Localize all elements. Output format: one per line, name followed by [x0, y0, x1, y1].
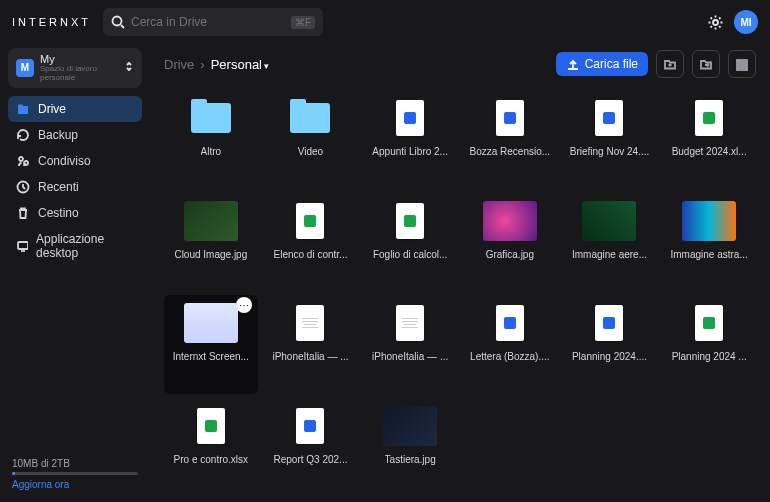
- word-icon: [595, 100, 623, 136]
- file-label: Budget 2024.xl...: [672, 146, 747, 157]
- sidebar-item-folder[interactable]: Drive: [8, 96, 142, 122]
- breadcrumb: Drive › Personal▾: [164, 57, 269, 72]
- image-thumbnail: [582, 201, 636, 241]
- sidebar-item-desktop[interactable]: Applicazione desktop: [8, 226, 142, 266]
- image-thumbnail: [483, 201, 537, 241]
- crumb-root[interactable]: Drive: [164, 57, 194, 72]
- search-input[interactable]: [131, 15, 285, 29]
- search-icon: [111, 15, 125, 29]
- sidebar: M My Spazio di lavoro personale DriveBac…: [0, 44, 150, 502]
- new-folder-button[interactable]: [656, 50, 684, 78]
- workspace-switcher[interactable]: M My Spazio di lavoro personale: [8, 48, 142, 88]
- sidebar-item-label: Backup: [38, 128, 78, 142]
- file-item[interactable]: iPhoneItalia — ...: [264, 295, 358, 394]
- file-grid: AltroVideoAppunti Libro 2...Bozza Recens…: [150, 84, 770, 502]
- chevron-updown-icon: [124, 61, 134, 75]
- file-item[interactable]: ⋯Internxt Screen...: [164, 295, 258, 394]
- word-icon: [496, 305, 524, 341]
- storage-text: 10MB di 2TB: [12, 458, 138, 469]
- sidebar-item-label: Drive: [38, 102, 66, 116]
- svg-rect-9: [737, 60, 747, 62]
- file-label: Bozza Recensio...: [470, 146, 551, 157]
- workspace-badge: M: [16, 59, 34, 77]
- sidebar-item-recent[interactable]: Recenti: [8, 174, 142, 200]
- image-thumbnail: [383, 406, 437, 446]
- file-item[interactable]: Lettera (Bozza)....: [463, 295, 557, 394]
- file-label: Pro e contro.xlsx: [174, 454, 248, 465]
- file-item[interactable]: Pro e contro.xlsx: [164, 398, 258, 497]
- sidebar-item-shared[interactable]: Condiviso: [8, 148, 142, 174]
- search-box[interactable]: ⌘F: [103, 8, 323, 36]
- excel-icon: [695, 305, 723, 341]
- page-icon: [296, 305, 324, 341]
- file-label: Planning 2024....: [572, 351, 647, 362]
- chevron-right-icon: ›: [200, 57, 204, 72]
- file-item[interactable]: Budget 2024.xl...: [662, 90, 756, 189]
- file-label: Altro: [201, 146, 222, 157]
- folder-icon: [290, 103, 330, 133]
- file-label: iPhoneItalia — ...: [372, 351, 448, 362]
- excel-icon: [296, 203, 324, 239]
- svg-point-0: [113, 17, 122, 26]
- image-thumbnail: [184, 303, 238, 343]
- upload-button[interactable]: Carica file: [556, 52, 648, 76]
- toolbar: Drive › Personal▾ Carica file: [150, 44, 770, 84]
- file-label: iPhoneItalia — ...: [272, 351, 348, 362]
- svg-rect-10: [737, 64, 747, 66]
- file-item[interactable]: Briefing Nov 24....: [563, 90, 657, 189]
- topbar: INTERNXT ⌘F MI: [0, 0, 770, 44]
- excel-icon: [197, 408, 225, 444]
- word-icon: [595, 305, 623, 341]
- file-label: Cloud Image.jpg: [174, 249, 247, 260]
- sidebar-item-label: Cestino: [38, 206, 79, 220]
- sidebar-item-label: Applicazione desktop: [36, 232, 134, 260]
- upload-icon: [566, 57, 580, 71]
- file-item[interactable]: Appunti Libro 2...: [363, 90, 457, 189]
- avatar[interactable]: MI: [734, 10, 758, 34]
- sidebar-item-backup[interactable]: Backup: [8, 122, 142, 148]
- crumb-current[interactable]: Personal▾: [211, 57, 269, 72]
- file-item[interactable]: Grafica.jpg: [463, 193, 557, 292]
- folder-arrow-icon: [699, 57, 713, 71]
- word-icon: [296, 408, 324, 444]
- file-item[interactable]: Immagine astra...: [662, 193, 756, 292]
- image-thumbnail: [682, 201, 736, 241]
- trash-icon: [16, 206, 30, 220]
- storage-meter: 10MB di 2TB Aggiorna ora: [8, 454, 142, 494]
- sidebar-item-label: Recenti: [38, 180, 79, 194]
- file-item[interactable]: Video: [264, 90, 358, 189]
- folder-icon: [16, 102, 30, 116]
- svg-line-1: [121, 25, 124, 28]
- file-item[interactable]: Planning 2024....: [563, 295, 657, 394]
- image-thumbnail: [184, 201, 238, 241]
- file-item[interactable]: Bozza Recensio...: [463, 90, 557, 189]
- file-label: Grafica.jpg: [486, 249, 534, 260]
- svg-rect-4: [18, 104, 23, 107]
- workspace-subtitle: Spazio di lavoro personale: [40, 65, 118, 83]
- file-item[interactable]: Foglio di calcol...: [363, 193, 457, 292]
- view-toggle-button[interactable]: [728, 50, 756, 78]
- gear-icon[interactable]: [707, 14, 724, 31]
- file-item[interactable]: Altro: [164, 90, 258, 189]
- excel-icon: [396, 203, 424, 239]
- recent-icon: [16, 180, 30, 194]
- file-item[interactable]: Immagine aere...: [563, 193, 657, 292]
- upgrade-link[interactable]: Aggiorna ora: [12, 479, 138, 490]
- file-item[interactable]: iPhoneItalia — ...: [363, 295, 457, 394]
- folder-plus-icon: [663, 57, 677, 71]
- backup-icon: [16, 128, 30, 142]
- file-item[interactable]: Report Q3 202...: [264, 398, 358, 497]
- sidebar-item-trash[interactable]: Cestino: [8, 200, 142, 226]
- file-label: Internxt Screen...: [173, 351, 249, 362]
- move-button[interactable]: [692, 50, 720, 78]
- file-item[interactable]: Elenco di contr...: [264, 193, 358, 292]
- file-item[interactable]: Planning 2024 ...: [662, 295, 756, 394]
- svg-point-5: [19, 157, 23, 161]
- main: Drive › Personal▾ Carica file AltroVideo…: [150, 44, 770, 502]
- file-item[interactable]: Tastiera.jpg: [363, 398, 457, 497]
- file-label: Immagine aere...: [572, 249, 647, 260]
- sidebar-item-label: Condiviso: [38, 154, 91, 168]
- more-icon[interactable]: ⋯: [236, 297, 252, 313]
- file-label: Report Q3 202...: [274, 454, 348, 465]
- file-item[interactable]: Cloud Image.jpg: [164, 193, 258, 292]
